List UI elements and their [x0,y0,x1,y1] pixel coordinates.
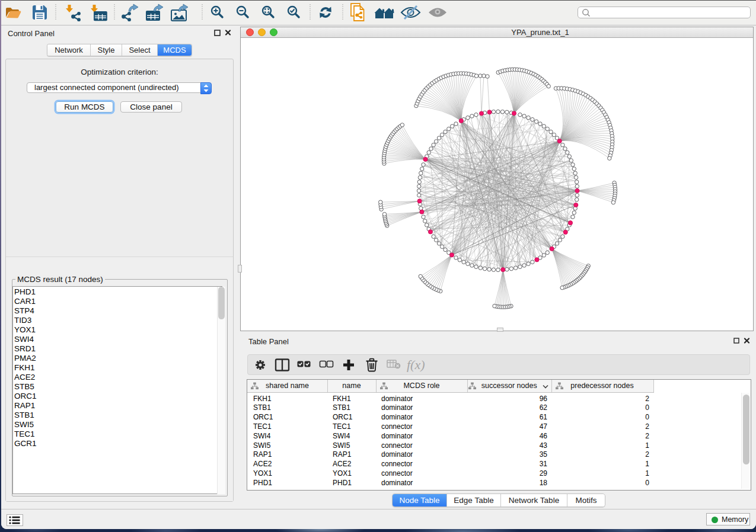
svg-text:f(x): f(x) [407,357,425,372]
